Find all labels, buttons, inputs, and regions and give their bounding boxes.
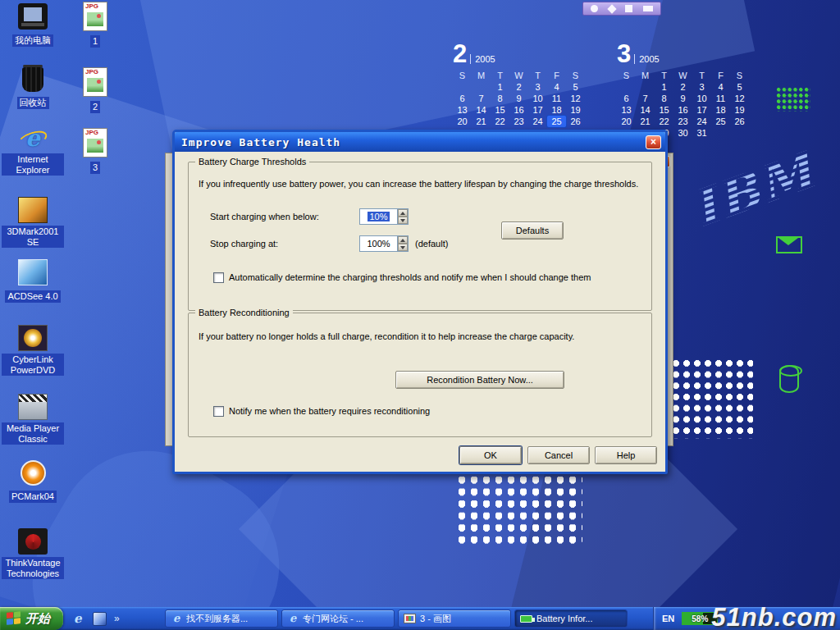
desktop-icon-thinkvantage[interactable]: ThinkVantage Technologies	[1, 528, 65, 580]
bolt-icon	[607, 4, 616, 13]
desktop-icon-label: 我的电脑	[12, 34, 53, 47]
dialog-title-bar[interactable]: Improve Battery Health ×	[175, 132, 665, 152]
calendar-day: 5	[730, 81, 749, 93]
calendar-day: 21	[472, 116, 491, 127]
mycomputer-icon	[18, 3, 48, 30]
calendar-day-header: S	[453, 70, 472, 81]
calendar-day	[453, 81, 472, 93]
jpg-file-label: 2	[90, 101, 100, 113]
calendar-month-number: 3	[617, 41, 631, 66]
media-app-icon[interactable]	[93, 612, 107, 626]
desktop-icon-pcmark[interactable]: PCMark04	[1, 459, 65, 503]
calendar-day: 19	[730, 104, 749, 116]
language-indicator[interactable]: EN	[662, 614, 674, 623]
auto-thresholds-checkbox[interactable]	[213, 272, 224, 283]
calendar-day: 9	[509, 93, 528, 104]
calendar-day: 16	[673, 104, 692, 116]
calendar-day-header: T	[655, 70, 673, 81]
calendar-day: 6	[453, 93, 472, 104]
wallpaper-dot-grid	[671, 358, 753, 439]
ok-button[interactable]: OK	[459, 446, 522, 464]
taskbar-task[interactable]: 找不到服务器...	[165, 609, 278, 628]
group-title: Battery Reconditioning	[195, 308, 293, 317]
battery-percent: 58%	[692, 614, 708, 623]
task-label: 专门网论坛 - ...	[303, 613, 363, 625]
start-button[interactable]: 开始	[0, 607, 63, 630]
keyboard-grid-icon	[776, 87, 810, 112]
jpg-file-label: 1	[90, 35, 100, 48]
calendar-day-header: W	[673, 70, 692, 81]
group-title: Battery Charge Thresholds	[195, 157, 309, 167]
calendar-day: 4	[711, 81, 730, 93]
calendar-day	[730, 127, 749, 139]
acdsee-icon	[18, 259, 48, 285]
mark3d-icon	[18, 197, 48, 223]
desktop-icon-recycle[interactable]: 回收站	[1, 67, 65, 109]
calendar-day-header: S	[566, 70, 585, 81]
start-label: 开始	[25, 611, 50, 627]
calendar-day: 23	[673, 116, 692, 127]
desktop-icon-mpc[interactable]: Media Player Classic	[1, 394, 65, 445]
defaults-button[interactable]: Defaults	[501, 221, 564, 240]
watermark: 51nb.com	[711, 603, 837, 630]
help-button[interactable]: Help	[595, 446, 657, 464]
stop-threshold-spinner[interactable]	[397, 236, 408, 251]
spin-down-icon[interactable]	[398, 217, 408, 224]
spin-up-icon[interactable]	[398, 236, 408, 244]
taskbar-task[interactable]: 专门网论坛 - ...	[281, 609, 395, 628]
jpg-file-label: 3	[90, 162, 100, 174]
spin-down-icon[interactable]	[398, 244, 408, 251]
calendar-day: 7	[636, 93, 655, 104]
close-icon[interactable]: ×	[646, 135, 661, 149]
desktop-icon-label: Internet Explorer	[2, 153, 64, 176]
calendar-day: 26	[730, 116, 749, 127]
jpg-file-icon-1[interactable]: JPG1	[74, 2, 116, 48]
jpg-file-icon-3[interactable]: JPG3	[74, 128, 116, 174]
calendar-grid: SMTWTFS123456789101112131415161718192021…	[453, 70, 585, 139]
notify-reconditioning-label: Notify me when the battery requires reco…	[229, 406, 430, 416]
notify-reconditioning-checkbox[interactable]	[213, 406, 224, 417]
quick-launch: »	[63, 612, 162, 626]
desktop-icon-ie[interactable]: Internet Explorer	[1, 125, 65, 176]
quick-launch-overflow-chevron[interactable]: »	[114, 612, 120, 626]
calendar-day-header: W	[509, 70, 528, 81]
windows-flag-icon	[7, 611, 21, 626]
desktop-icon-label: ACDSee 4.0	[5, 290, 60, 303]
default-note: (default)	[415, 239, 448, 249]
spin-up-icon[interactable]	[398, 209, 408, 217]
calendar-day: 17	[692, 104, 711, 116]
desktop-icon-mark3d[interactable]: 3DMark2001 SE	[1, 197, 65, 249]
calendar-day: 25	[711, 116, 730, 127]
desktop-icon-acdsee[interactable]: ACDSee 4.0	[1, 259, 65, 303]
battery-charge-thresholds-group: Battery Charge Thresholds If you infrequ…	[188, 162, 652, 311]
desktop-icon-powerdvd[interactable]: CyberLink PowerDVD	[1, 325, 65, 377]
calendar-day: 21	[636, 116, 655, 127]
taskbar-task[interactable]: 3 - 画图	[398, 609, 511, 628]
calendar-day: 1	[491, 81, 509, 93]
calendar-grid: SMTWTFS123456789101112131415161718192021…	[617, 70, 749, 139]
calendar-day: 13	[453, 104, 472, 116]
jpg-badge: JPG	[85, 130, 98, 136]
battery-health-dialog: Improve Battery Health × Battery Charge …	[172, 130, 668, 474]
stop-threshold-input[interactable]: 100%	[359, 235, 409, 252]
calendar-day-header: F	[547, 70, 566, 81]
start-threshold-input[interactable]: 10%	[359, 208, 409, 225]
hotkey-tray-widget[interactable]	[582, 2, 661, 16]
jpg-file-icon-2[interactable]: JPG2	[74, 67, 116, 113]
calendar-day: 18	[547, 104, 566, 116]
taskbar-task[interactable]: Battery Infor...	[514, 609, 628, 628]
calendar-day	[617, 81, 636, 93]
cancel-button[interactable]: Cancel	[527, 446, 590, 464]
calendar-day: 6	[617, 93, 636, 104]
recycle-icon	[22, 67, 43, 92]
calendar-day: 2	[673, 81, 692, 93]
desktop-icon-mycomputer[interactable]: 我的电脑	[1, 3, 65, 47]
internet-explorer-icon[interactable]	[71, 612, 85, 626]
calendar-day: 1	[655, 81, 673, 93]
calendar-year: 2005	[634, 54, 659, 64]
calendar-day: 16	[509, 104, 528, 116]
mpc-icon	[18, 394, 48, 420]
reconditioning-description: If your battery no longer holds a full c…	[199, 331, 646, 343]
recondition-battery-button[interactable]: Recondition Battery Now...	[395, 371, 564, 389]
start-threshold-spinner[interactable]	[397, 209, 408, 224]
